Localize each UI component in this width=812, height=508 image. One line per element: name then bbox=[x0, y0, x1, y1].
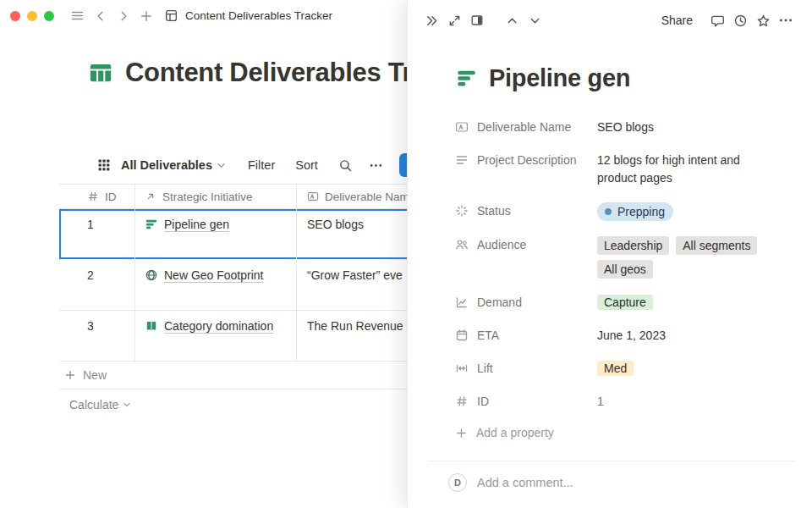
side-peek-icon bbox=[470, 14, 484, 27]
menu-icon bbox=[70, 8, 85, 23]
globe-icon bbox=[145, 268, 158, 282]
property-value[interactable]: SEO blogs bbox=[597, 119, 795, 136]
property-value[interactable]: 12 blogs for high intent and product pag… bbox=[597, 152, 766, 187]
cell-id[interactable]: 2 bbox=[59, 260, 135, 310]
comments-button[interactable] bbox=[706, 9, 728, 31]
demand-tag[interactable]: Capture bbox=[597, 295, 653, 310]
breadcrumb[interactable]: Content Deliverables Tracker bbox=[164, 8, 332, 23]
people-icon bbox=[455, 238, 469, 251]
page-link[interactable]: Category domination bbox=[145, 319, 273, 333]
view-selector[interactable]: All Deliverables bbox=[121, 158, 226, 172]
cell-initiative[interactable]: New Geo Footprint bbox=[135, 260, 297, 310]
close-window-button[interactable] bbox=[10, 11, 20, 21]
zoom-window-button[interactable] bbox=[44, 11, 54, 21]
cell-id[interactable]: 3 bbox=[59, 311, 135, 361]
page-more-button[interactable] bbox=[775, 9, 797, 31]
new-row-label: New bbox=[83, 368, 107, 382]
property-row-audience: Audience Leadership All segments All geo… bbox=[455, 229, 795, 286]
chevron-up-icon bbox=[506, 14, 518, 27]
view-grid-button[interactable] bbox=[95, 156, 113, 174]
avatar: D bbox=[448, 473, 467, 492]
comment-input[interactable]: Add a comment... bbox=[477, 476, 573, 489]
close-peek-button[interactable] bbox=[420, 9, 442, 31]
page-link[interactable]: Pipeline gen bbox=[145, 218, 229, 231]
audience-tag[interactable]: All geos bbox=[597, 260, 653, 279]
page-link-label: New Geo Footprint bbox=[164, 268, 264, 282]
grid-view-icon bbox=[97, 158, 111, 172]
peek-page-header: Pipeline gen bbox=[455, 64, 795, 92]
relation-arrow-icon bbox=[145, 190, 156, 202]
property-value[interactable]: 1 bbox=[597, 393, 795, 411]
view-name: All Deliverables bbox=[121, 158, 212, 172]
column-header-strategic-initiative[interactable]: Strategic Initiative bbox=[135, 185, 297, 208]
line-chart-icon bbox=[455, 295, 469, 309]
chevron-down-icon bbox=[529, 14, 541, 27]
status-dot bbox=[605, 208, 612, 215]
add-property-button[interactable]: Add a property bbox=[455, 418, 795, 447]
back-button[interactable] bbox=[89, 4, 112, 27]
property-label[interactable]: Project Description bbox=[455, 152, 597, 168]
column-header-id[interactable]: ID bbox=[59, 185, 135, 208]
text-lines-icon bbox=[455, 153, 469, 167]
page-table-icon-large[interactable] bbox=[88, 60, 113, 86]
property-row-demand: Demand Capture bbox=[455, 286, 795, 319]
status-tag[interactable]: Prepping bbox=[597, 202, 673, 221]
property-label[interactable]: Lift bbox=[455, 360, 597, 377]
forward-button[interactable] bbox=[112, 4, 134, 27]
share-button[interactable]: Share bbox=[658, 12, 696, 29]
column-label: Deliverable Name bbox=[325, 190, 415, 203]
traffic-lights bbox=[10, 11, 54, 21]
next-record-button[interactable] bbox=[524, 9, 546, 31]
double-chevron-right-icon bbox=[425, 14, 439, 28]
peek-page-title[interactable]: Pipeline gen bbox=[489, 64, 630, 92]
property-value[interactable]: Capture bbox=[597, 294, 795, 312]
property-row-id: ID 1 bbox=[455, 385, 795, 418]
property-value[interactable]: Med bbox=[597, 360, 795, 378]
lift-tag[interactable]: Med bbox=[597, 361, 634, 376]
property-label[interactable]: Audience bbox=[455, 236, 597, 253]
property-row-status: Status Prepping bbox=[455, 195, 795, 229]
property-label[interactable]: ETA bbox=[455, 327, 597, 344]
title-icon bbox=[307, 190, 319, 202]
window-title: Content Deliverables Tracker bbox=[185, 9, 332, 22]
property-list: Deliverable Name SEO blogs Project Descr… bbox=[455, 111, 795, 447]
audience-tag[interactable]: Leadership bbox=[597, 236, 669, 255]
favorite-button[interactable] bbox=[752, 9, 774, 31]
property-label[interactable]: ID bbox=[455, 393, 597, 410]
property-value[interactable]: Prepping bbox=[597, 202, 795, 221]
chevron-down-icon bbox=[123, 400, 131, 409]
green-bars-chart-icon[interactable] bbox=[455, 67, 478, 90]
page-table-icon bbox=[164, 8, 178, 23]
arrows-lr-icon bbox=[455, 362, 469, 375]
property-label[interactable]: Status bbox=[455, 202, 597, 219]
minimize-window-button[interactable] bbox=[27, 11, 37, 21]
search-button[interactable] bbox=[335, 154, 357, 176]
comment-composer[interactable]: D Add a comment... bbox=[448, 473, 795, 492]
sort-button[interactable]: Sort bbox=[295, 158, 318, 172]
property-value[interactable]: Leadership All segments All geos bbox=[597, 236, 795, 279]
page-link-label: Pipeline gen bbox=[164, 218, 229, 231]
page-link[interactable]: New Geo Footprint bbox=[145, 268, 264, 282]
sidebar-toggle-button[interactable] bbox=[66, 4, 89, 27]
audience-tag[interactable]: All segments bbox=[676, 236, 757, 255]
property-label[interactable]: Demand bbox=[455, 294, 597, 311]
property-value[interactable]: June 1, 2023 bbox=[597, 327, 795, 345]
star-icon bbox=[756, 14, 771, 28]
cell-id[interactable]: 1 bbox=[59, 209, 135, 259]
clock-icon bbox=[733, 14, 748, 28]
property-label[interactable]: Deliverable Name bbox=[455, 119, 597, 135]
green-bars-chart-icon bbox=[145, 218, 158, 231]
previous-record-button[interactable] bbox=[501, 9, 523, 31]
more-options-button[interactable] bbox=[365, 154, 387, 176]
expand-page-button[interactable] bbox=[443, 9, 465, 31]
updates-button[interactable] bbox=[729, 9, 751, 31]
peek-mode-button[interactable] bbox=[466, 9, 488, 31]
cell-initiative[interactable]: Pipeline gen bbox=[135, 209, 297, 259]
filter-button[interactable]: Filter bbox=[248, 158, 275, 172]
chevron-right-icon bbox=[117, 9, 130, 23]
new-tab-button[interactable] bbox=[134, 4, 157, 27]
calendar-icon bbox=[455, 329, 469, 342]
calculate-label: Calculate bbox=[69, 398, 118, 411]
peek-toolbar: Share bbox=[408, 0, 812, 41]
cell-initiative[interactable]: Category domination bbox=[135, 311, 297, 361]
